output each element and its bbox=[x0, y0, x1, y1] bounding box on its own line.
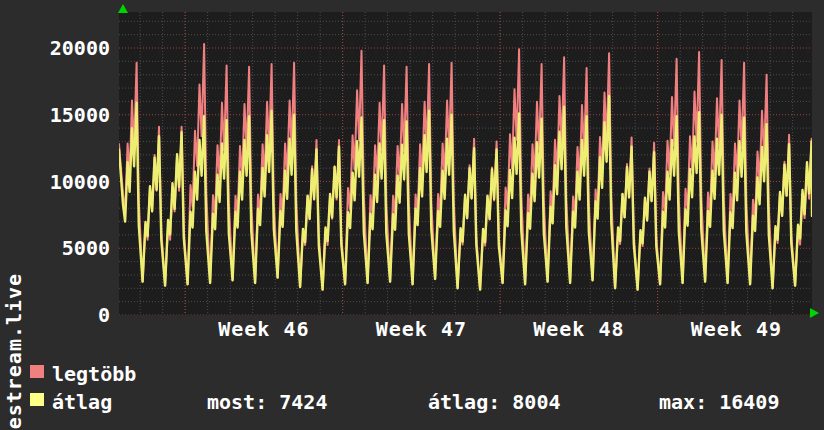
graph-window: onlinestream.live 05000100001500020000 W… bbox=[0, 0, 824, 430]
stat-atlag-value: 8004 bbox=[512, 390, 560, 414]
y-tick-label-15000: 15000 bbox=[28, 104, 110, 126]
chart-plot-area bbox=[119, 12, 812, 315]
y-tick-label-10000: 10000 bbox=[28, 171, 110, 193]
y-axis-title: onlinestream.live bbox=[2, 273, 26, 430]
stat-atlag: átlag: 8004 bbox=[428, 391, 560, 413]
y-axis-arrow-icon bbox=[118, 4, 128, 13]
x-axis-arrow-icon bbox=[810, 308, 819, 318]
y-tick-label-5000: 5000 bbox=[28, 237, 110, 259]
stat-max-label: max bbox=[659, 390, 695, 414]
legend-label-atlag: átlag bbox=[52, 391, 112, 413]
stat-max: max: 16409 bbox=[659, 391, 779, 413]
y-tick-label-0: 0 bbox=[28, 304, 110, 326]
legend-label-legtobb: legtöbb bbox=[52, 363, 136, 385]
x-tick-label-week-49: Week 49 bbox=[656, 318, 816, 340]
stat-max-value: 16409 bbox=[719, 390, 779, 414]
x-tick-label-week-47: Week 47 bbox=[341, 318, 501, 340]
stat-most-label: most bbox=[207, 390, 255, 414]
stat-separator: : bbox=[255, 390, 279, 414]
stat-most: most: 7424 bbox=[207, 391, 327, 413]
stat-separator: : bbox=[488, 390, 512, 414]
stat-most-value: 7424 bbox=[279, 390, 327, 414]
stat-separator: : bbox=[695, 390, 719, 414]
x-tick-label-week-46: Week 46 bbox=[184, 318, 344, 340]
legend-swatch-legtobb bbox=[30, 365, 44, 378]
x-tick-label-week-48: Week 48 bbox=[499, 318, 659, 340]
legend-swatch-atlag bbox=[30, 393, 44, 406]
stat-atlag-label: átlag bbox=[428, 390, 488, 414]
y-tick-label-20000: 20000 bbox=[28, 37, 110, 59]
